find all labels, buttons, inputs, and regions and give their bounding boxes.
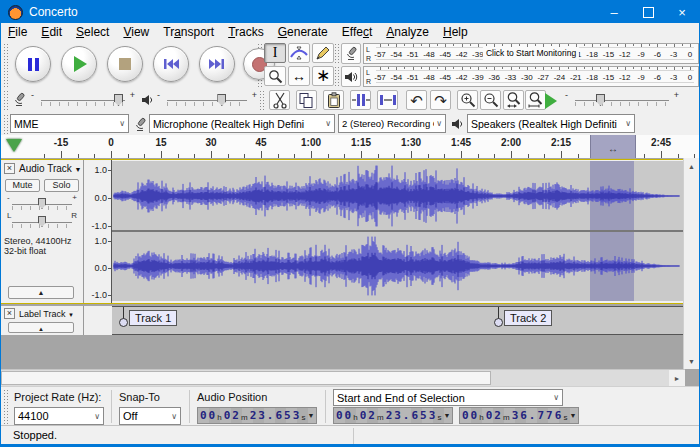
timeline-ruler[interactable]: -1501530451:001:151:301:452:002:152:302:… xyxy=(1,135,699,159)
edit-toolbar-gripper[interactable] xyxy=(259,90,264,111)
title-bar[interactable]: Concerto – × xyxy=(1,1,699,23)
audio-host-select[interactable]: MME ∨ xyxy=(10,114,129,133)
label-marker[interactable] xyxy=(119,318,128,327)
timeline-selection[interactable]: ↔ xyxy=(590,135,636,158)
menu-item-select[interactable]: Select xyxy=(69,24,116,40)
time-display-menu-arrow-icon[interactable]: ▼ xyxy=(569,412,576,419)
close-track-button[interactable]: × xyxy=(4,308,15,319)
selection-end-display[interactable]: 00h02m36.776s▼ xyxy=(459,407,579,424)
time-shift-tool-button[interactable]: ↔ xyxy=(288,66,310,86)
copy-button[interactable] xyxy=(296,90,317,110)
redo-button[interactable]: ↷ xyxy=(430,90,451,110)
selection-start-display[interactable]: 00h02m23.653s▼ xyxy=(333,407,453,424)
selection-toolbar-gripper[interactable] xyxy=(3,389,8,424)
audio-position-display[interactable]: 00h02m23.653s▼ xyxy=(197,407,317,424)
selection-tool-button[interactable]: I xyxy=(264,43,286,63)
pause-button[interactable] xyxy=(15,46,51,82)
recording-volume-slider[interactable]: - + xyxy=(33,91,133,109)
mute-button[interactable]: Mute xyxy=(5,179,40,192)
menu-item-tracks[interactable]: Tracks xyxy=(221,24,271,40)
recording-meter-gripper[interactable] xyxy=(334,43,339,64)
stop-button[interactable] xyxy=(107,46,143,82)
label-marker[interactable] xyxy=(494,318,503,327)
timeline-pin-icon[interactable] xyxy=(6,139,22,152)
fit-selection-button[interactable] xyxy=(503,90,524,110)
skip-to-end-button[interactable] xyxy=(199,46,235,82)
time-unit: s xyxy=(563,413,567,422)
envelope-tool-button[interactable] xyxy=(288,43,310,63)
slider-track[interactable] xyxy=(41,100,125,101)
recording-meter[interactable]: L R -57-54-51-48-45-42-39-36-33-30-27-24… xyxy=(363,43,699,64)
gain-slider[interactable]: - + xyxy=(5,196,79,212)
menu-item-help[interactable]: Help xyxy=(436,24,475,40)
slider-track[interactable] xyxy=(575,100,669,101)
meter-scale-label: -54 xyxy=(391,50,403,59)
play-at-speed-button[interactable] xyxy=(541,91,561,111)
project-rate-select[interactable]: 44100 ∨ xyxy=(14,407,104,425)
device-toolbar-gripper[interactable] xyxy=(3,114,8,134)
play-button[interactable] xyxy=(61,46,97,82)
label-text-box[interactable]: Track 1 xyxy=(129,310,177,326)
mixer-toolbar-gripper[interactable] xyxy=(3,90,8,111)
selection-resize-arrows-icon[interactable]: ↔ xyxy=(591,144,635,154)
playback-meter[interactable]: L R -57-54-51-48-45-42-39-36-33-30-27-24… xyxy=(363,66,699,87)
vertical-scrollbar[interactable]: ▲ ▼ xyxy=(683,158,699,369)
selection-mode-select[interactable]: Start and End of Selection ∨ xyxy=(333,389,563,406)
waveform-display[interactable] xyxy=(112,160,684,303)
silence-audio-button[interactable] xyxy=(377,90,398,110)
playback-meter-gripper[interactable] xyxy=(334,66,339,87)
draw-tool-button[interactable] xyxy=(312,43,334,63)
playback-meter-button[interactable] xyxy=(341,66,361,87)
meter-left-channel-label: L xyxy=(366,46,370,53)
meter-tick xyxy=(674,44,675,47)
collapse-track-button[interactable]: ▲ xyxy=(8,286,74,299)
paste-button[interactable] xyxy=(323,90,344,110)
horizontal-scrollbar[interactable]: ► xyxy=(1,369,685,386)
scroll-right-button[interactable]: ► xyxy=(669,370,685,386)
transport-toolbar-gripper[interactable] xyxy=(3,43,8,87)
menu-item-transport[interactable]: Transport xyxy=(156,24,221,40)
timeline-major-tick xyxy=(161,151,162,158)
time-display-menu-arrow-icon[interactable]: ▼ xyxy=(443,412,450,419)
menu-item-edit[interactable]: Edit xyxy=(34,24,69,40)
label-area[interactable]: Track 1Track 2 xyxy=(112,306,684,335)
recording-channels-select[interactable]: 2 (Stereo) Recording Channels ∨ xyxy=(338,114,446,133)
recording-device-select[interactable]: Microphone (Realtek High Defini ∨ xyxy=(149,114,335,133)
menu-item-view[interactable]: View xyxy=(116,24,156,40)
slider-track[interactable] xyxy=(167,100,247,101)
menu-item-analyze[interactable]: Analyze xyxy=(379,24,436,40)
pan-slider[interactable]: L R xyxy=(5,214,79,230)
playback-device-select[interactable]: Speakers (Realtek High Definiti ∨ xyxy=(467,114,635,133)
zoom-tool-button[interactable] xyxy=(264,66,286,86)
label-text-box[interactable]: Track 2 xyxy=(504,310,552,326)
audio-track-menu[interactable]: Audio Track ▼ xyxy=(19,163,82,174)
scroll-up-button[interactable]: ▲ xyxy=(684,158,699,174)
recording-meter-button[interactable] xyxy=(341,43,361,64)
zoom-out-button[interactable] xyxy=(480,90,501,110)
scroll-down-button[interactable]: ▼ xyxy=(684,353,699,369)
menu-item-effect[interactable]: Effect xyxy=(335,24,379,40)
meter-scale-label: -51 xyxy=(407,50,419,59)
snap-to-select[interactable]: Off ∨ xyxy=(119,407,181,425)
menu-item-file[interactable]: File xyxy=(1,24,34,40)
solo-button[interactable]: Solo xyxy=(44,179,79,192)
playback-volume-slider[interactable]: - + xyxy=(159,91,255,109)
close-track-button[interactable]: × xyxy=(4,163,15,174)
menu-item-generate[interactable]: Generate xyxy=(271,24,335,40)
vertical-ruler[interactable]: 1.00.0-1.01.00.0-1.0 xyxy=(84,160,112,303)
time-display-menu-arrow-icon[interactable]: ▼ xyxy=(307,412,314,419)
maximize-button[interactable] xyxy=(631,1,665,23)
multi-tool-button[interactable]: ∗ xyxy=(312,66,334,86)
label-track-menu[interactable]: Label Track ▼ xyxy=(19,309,74,319)
minimize-button[interactable]: – xyxy=(597,1,631,23)
trim-audio-button[interactable] xyxy=(350,90,371,110)
close-button[interactable]: × xyxy=(665,1,699,23)
cut-button[interactable] xyxy=(269,90,290,110)
skip-to-start-button[interactable] xyxy=(153,46,189,82)
undo-button[interactable]: ↶ xyxy=(406,90,427,110)
scrollbar-thumb[interactable] xyxy=(1,371,491,385)
collapse-track-button[interactable]: ▲ xyxy=(8,322,74,333)
monitoring-overlay[interactable]: Click to Start Monitoring xyxy=(483,47,579,60)
play-speed-slider[interactable]: - + xyxy=(567,91,677,109)
zoom-in-button[interactable] xyxy=(457,90,478,110)
